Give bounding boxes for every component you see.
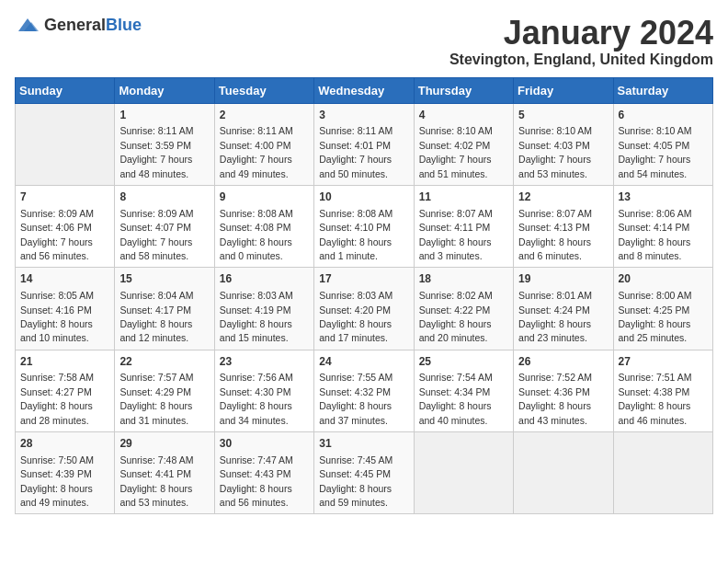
day-info: Sunrise: 7:55 AMSunset: 4:32 PMDaylight:… <box>319 372 392 425</box>
day-number: 14 <box>20 271 109 287</box>
day-info: Sunrise: 8:09 AMSunset: 4:07 PMDaylight:… <box>119 208 193 261</box>
calendar-cell: 30Sunrise: 7:47 AMSunset: 4:43 PMDayligh… <box>214 432 313 514</box>
calendar-cell: 9Sunrise: 8:08 AMSunset: 4:08 PMDaylight… <box>214 185 313 267</box>
calendar-table: SundayMondayTuesdayWednesdayThursdayFrid… <box>15 77 713 515</box>
header-area: GeneralBlue January 2024 Stevington, Eng… <box>15 15 713 68</box>
calendar-cell: 8Sunrise: 8:09 AMSunset: 4:07 PMDaylight… <box>115 185 214 267</box>
day-number: 11 <box>419 190 508 205</box>
calendar-week-row: 1Sunrise: 8:11 AMSunset: 3:59 PMDaylight… <box>16 103 713 185</box>
calendar-week-row: 14Sunrise: 8:05 AMSunset: 4:16 PMDayligh… <box>16 268 713 350</box>
day-info: Sunrise: 8:02 AMSunset: 4:22 PMDaylight:… <box>419 290 493 343</box>
calendar-cell: 15Sunrise: 8:04 AMSunset: 4:17 PMDayligh… <box>115 268 214 350</box>
day-info: Sunrise: 8:10 AMSunset: 4:05 PMDaylight:… <box>619 125 692 178</box>
calendar-cell: 2Sunrise: 8:11 AMSunset: 4:00 PMDaylight… <box>214 103 313 185</box>
day-of-week-header: Sunday <box>16 77 115 103</box>
calendar-cell: 20Sunrise: 8:00 AMSunset: 4:25 PMDayligh… <box>613 268 712 350</box>
calendar-cell <box>613 432 712 514</box>
calendar-cell: 21Sunrise: 7:58 AMSunset: 4:27 PMDayligh… <box>16 350 115 431</box>
day-of-week-header: Monday <box>115 77 214 103</box>
day-number: 13 <box>619 190 708 205</box>
day-info: Sunrise: 7:57 AMSunset: 4:29 PMDaylight:… <box>119 372 193 425</box>
day-info: Sunrise: 7:56 AMSunset: 4:30 PMDaylight:… <box>220 372 293 425</box>
calendar-cell: 11Sunrise: 8:07 AMSunset: 4:11 PMDayligh… <box>414 185 513 267</box>
calendar-cell: 17Sunrise: 8:03 AMSunset: 4:20 PMDayligh… <box>314 268 414 350</box>
day-info: Sunrise: 8:05 AMSunset: 4:16 PMDaylight:… <box>20 290 94 343</box>
day-info: Sunrise: 7:50 AMSunset: 4:39 PMDaylight:… <box>20 454 94 508</box>
day-of-week-header: Tuesday <box>214 77 313 103</box>
calendar-cell: 7Sunrise: 8:09 AMSunset: 4:06 PMDaylight… <box>16 185 115 267</box>
calendar-week-row: 7Sunrise: 8:09 AMSunset: 4:06 PMDaylight… <box>16 185 713 267</box>
calendar-cell: 29Sunrise: 7:48 AMSunset: 4:41 PMDayligh… <box>115 432 214 514</box>
day-number: 9 <box>220 190 309 205</box>
calendar-cell <box>514 432 613 514</box>
day-number: 21 <box>20 354 109 370</box>
day-info: Sunrise: 8:01 AMSunset: 4:24 PMDaylight:… <box>518 290 592 343</box>
day-of-week-header: Friday <box>514 77 613 103</box>
day-of-week-header: Thursday <box>414 77 513 103</box>
calendar-header-row: SundayMondayTuesdayWednesdayThursdayFrid… <box>16 77 713 103</box>
day-number: 1 <box>119 108 209 123</box>
day-info: Sunrise: 8:10 AMSunset: 4:03 PMDaylight:… <box>518 125 592 178</box>
day-info: Sunrise: 8:00 AMSunset: 4:25 PMDaylight:… <box>619 290 692 343</box>
day-number: 28 <box>20 436 109 452</box>
day-number: 26 <box>518 354 608 370</box>
day-info: Sunrise: 7:45 AMSunset: 4:45 PMDaylight:… <box>319 454 392 508</box>
day-number: 17 <box>319 271 408 287</box>
day-info: Sunrise: 8:11 AMSunset: 3:59 PMDaylight:… <box>119 125 193 178</box>
day-info: Sunrise: 7:48 AMSunset: 4:41 PMDaylight:… <box>119 454 193 508</box>
day-number: 18 <box>419 271 508 287</box>
logo-icon <box>15 15 40 35</box>
day-info: Sunrise: 8:06 AMSunset: 4:14 PMDaylight:… <box>619 208 692 261</box>
logo: GeneralBlue <box>15 15 142 35</box>
day-number: 3 <box>319 108 408 123</box>
calendar-week-row: 28Sunrise: 7:50 AMSunset: 4:39 PMDayligh… <box>16 432 713 514</box>
title-area: January 2024 Stevington, England, United… <box>449 15 713 68</box>
day-info: Sunrise: 8:07 AMSunset: 4:13 PMDaylight:… <box>518 208 592 261</box>
day-info: Sunrise: 7:51 AMSunset: 4:38 PMDaylight:… <box>619 372 692 425</box>
calendar-cell: 31Sunrise: 7:45 AMSunset: 4:45 PMDayligh… <box>314 432 414 514</box>
day-of-week-header: Wednesday <box>314 77 414 103</box>
calendar-cell: 18Sunrise: 8:02 AMSunset: 4:22 PMDayligh… <box>414 268 513 350</box>
calendar-cell: 19Sunrise: 8:01 AMSunset: 4:24 PMDayligh… <box>514 268 613 350</box>
day-number: 10 <box>319 190 408 205</box>
calendar-cell: 10Sunrise: 8:08 AMSunset: 4:10 PMDayligh… <box>314 185 414 267</box>
day-info: Sunrise: 8:09 AMSunset: 4:06 PMDaylight:… <box>20 208 94 261</box>
calendar-cell: 27Sunrise: 7:51 AMSunset: 4:38 PMDayligh… <box>613 350 712 431</box>
day-info: Sunrise: 8:07 AMSunset: 4:11 PMDaylight:… <box>419 208 493 261</box>
calendar-cell: 4Sunrise: 8:10 AMSunset: 4:02 PMDaylight… <box>414 103 513 185</box>
calendar-cell: 22Sunrise: 7:57 AMSunset: 4:29 PMDayligh… <box>115 350 214 431</box>
day-number: 29 <box>119 436 209 452</box>
day-number: 19 <box>518 271 608 287</box>
day-number: 4 <box>419 108 508 123</box>
day-number: 8 <box>119 190 209 205</box>
calendar-cell <box>16 103 115 185</box>
day-of-week-header: Saturday <box>613 77 712 103</box>
day-number: 20 <box>619 271 708 287</box>
location-title: Stevington, England, United Kingdom <box>449 52 713 68</box>
calendar-cell: 24Sunrise: 7:55 AMSunset: 4:32 PMDayligh… <box>314 350 414 431</box>
day-number: 6 <box>619 108 708 123</box>
day-number: 12 <box>518 190 608 205</box>
day-info: Sunrise: 8:08 AMSunset: 4:10 PMDaylight:… <box>319 208 392 261</box>
day-number: 24 <box>319 354 408 370</box>
day-number: 15 <box>119 271 209 287</box>
day-info: Sunrise: 7:52 AMSunset: 4:36 PMDaylight:… <box>518 372 592 425</box>
day-info: Sunrise: 8:11 AMSunset: 4:01 PMDaylight:… <box>319 125 392 178</box>
calendar-cell: 5Sunrise: 8:10 AMSunset: 4:03 PMDaylight… <box>514 103 613 185</box>
calendar-cell: 13Sunrise: 8:06 AMSunset: 4:14 PMDayligh… <box>613 185 712 267</box>
calendar-body: 1Sunrise: 8:11 AMSunset: 3:59 PMDaylight… <box>16 103 713 514</box>
calendar-cell: 14Sunrise: 8:05 AMSunset: 4:16 PMDayligh… <box>16 268 115 350</box>
day-number: 25 <box>419 354 508 370</box>
day-info: Sunrise: 8:03 AMSunset: 4:19 PMDaylight:… <box>220 290 293 343</box>
calendar-week-row: 21Sunrise: 7:58 AMSunset: 4:27 PMDayligh… <box>16 350 713 431</box>
calendar-cell: 1Sunrise: 8:11 AMSunset: 3:59 PMDaylight… <box>115 103 214 185</box>
day-number: 7 <box>20 190 109 205</box>
day-info: Sunrise: 8:11 AMSunset: 4:00 PMDaylight:… <box>220 125 293 178</box>
calendar-cell: 25Sunrise: 7:54 AMSunset: 4:34 PMDayligh… <box>414 350 513 431</box>
day-number: 2 <box>220 108 309 123</box>
logo-text: GeneralBlue <box>44 16 142 35</box>
day-info: Sunrise: 7:47 AMSunset: 4:43 PMDaylight:… <box>220 454 293 508</box>
calendar-cell: 16Sunrise: 8:03 AMSunset: 4:19 PMDayligh… <box>214 268 313 350</box>
day-info: Sunrise: 7:54 AMSunset: 4:34 PMDaylight:… <box>419 372 493 425</box>
day-number: 16 <box>220 271 309 287</box>
